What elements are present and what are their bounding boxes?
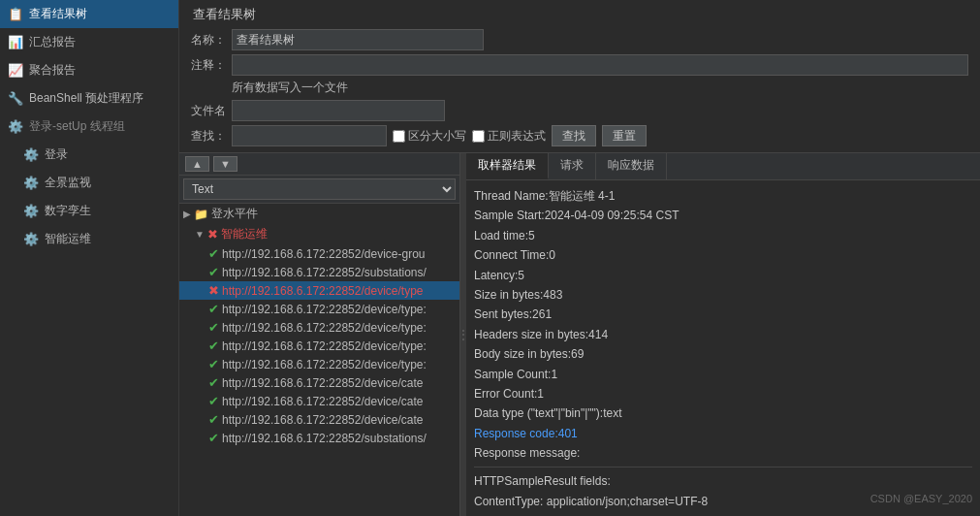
- tree-item[interactable]: ✔ http://192.168.6.172:22852/device/cate: [179, 373, 459, 392]
- tree-item[interactable]: ✔ http://192.168.6.172:22852/device-grou: [179, 244, 459, 263]
- stat-headers-size: Headers size in bytes:414: [474, 325, 972, 344]
- stat-error-count: Error Count:1: [474, 384, 972, 403]
- ok-icon: ✔: [208, 246, 219, 261]
- beanshell-icon: 🔧: [8, 91, 23, 107]
- stat-sample-start: Sample Start:2024-04-09 09:25:54 CST: [474, 206, 972, 225]
- search-label: 查找：: [191, 128, 226, 145]
- right-content: Thread Name:智能运维 4-1 Sample Start:2024-0…: [466, 180, 980, 516]
- name-label: 名称：: [191, 32, 226, 48]
- ok-icon: ✔: [208, 265, 219, 279]
- sidebar-label-0: 查看结果树: [29, 6, 87, 22]
- tab-request[interactable]: 请求: [549, 153, 596, 179]
- sidebar-item-summary-report[interactable]: 📊 汇总报告: [0, 28, 178, 56]
- sidebar-item-aggregate-report[interactable]: 📈 聚合报告: [0, 56, 178, 84]
- sidebar-item-panorama[interactable]: ⚙️ 全景监视: [0, 169, 178, 197]
- sidebar-item-smart-ops[interactable]: ⚙️ 智能运维: [0, 225, 178, 253]
- sidebar-label-5: 登录: [45, 146, 68, 163]
- sidebar-item-login[interactable]: ⚙️ 登录: [0, 141, 178, 169]
- tree-item[interactable]: ✔ http://192.168.6.172:22852/device/cate: [179, 410, 459, 429]
- stat-sample-count: Sample Count:1: [474, 365, 972, 384]
- ok-icon: ✔: [208, 339, 219, 353]
- comment-label: 注释：: [191, 57, 226, 74]
- setup-icon: ⚙️: [8, 119, 23, 135]
- stat-data-type: Data type ("text"|"bin"|""):text: [474, 403, 972, 423]
- tree-toolbar: ▲ ▼: [179, 153, 459, 176]
- stat-response-code[interactable]: Response code:401: [474, 424, 972, 443]
- stat-size-bytes: Size in bytes:483: [474, 285, 972, 305]
- display-type-select[interactable]: Text: [183, 178, 456, 200]
- form-area: 查看结果树 名称： 注释： 所有数据写入一个文件 文件名 查找： 区分大小写 正…: [179, 0, 980, 153]
- tree-panel: ▲ ▼ Text ▶ 📁 登水平件 ▼ ✖ 智能运维: [179, 153, 460, 516]
- dropdown-row: Text: [179, 176, 459, 204]
- stat-thread-name: Thread Name:智能运维 4-1: [474, 186, 972, 206]
- file-input[interactable]: [232, 100, 445, 121]
- tree-item[interactable]: ▼ ✖ 智能运维: [179, 224, 459, 244]
- regex-check[interactable]: [472, 130, 485, 143]
- sidebar-item-login-setup[interactable]: ⚙️ 登录-setUp 线程组: [0, 113, 178, 141]
- toolbar-up-btn[interactable]: ▲: [185, 156, 209, 172]
- tree-item[interactable]: ✔ http://192.168.6.172:22852/device/cate: [179, 392, 459, 410]
- regex-checkbox[interactable]: 正则表达式: [472, 128, 546, 145]
- tree-icon: 📋: [8, 7, 23, 22]
- aggregate-icon: 📈: [8, 63, 23, 79]
- name-input[interactable]: [232, 29, 484, 50]
- stat-connect-time: Connect Time:0: [474, 245, 972, 265]
- sidebar-label-2: 聚合报告: [29, 62, 76, 79]
- find-button[interactable]: 查找: [552, 125, 596, 146]
- tree-item[interactable]: ✔ http://192.168.6.172:22852/substations…: [179, 429, 459, 447]
- ops-icon: ⚙️: [23, 232, 39, 247]
- error-icon: ✖: [207, 227, 218, 242]
- divider: [474, 467, 972, 468]
- sidebar-item-view-results-tree[interactable]: 📋 查看结果树: [0, 0, 178, 28]
- ok-icon: ✔: [208, 375, 219, 390]
- tree-item[interactable]: ✔ http://192.168.6.172:22852/device/type…: [179, 318, 459, 337]
- split-area: ▲ ▼ Text ▶ 📁 登水平件 ▼ ✖ 智能运维: [179, 153, 980, 516]
- stat-body-size: Body size in bytes:69: [474, 344, 972, 364]
- form-title: 查看结果树: [191, 6, 968, 23]
- search-input[interactable]: [232, 125, 387, 146]
- watermark: CSDN @EASY_2020: [870, 491, 972, 508]
- case-sensitive-checkbox[interactable]: 区分大小写: [393, 128, 466, 145]
- tree-content[interactable]: ▶ 📁 登水平件 ▼ ✖ 智能运维 ✔ http://192.168.6.172…: [179, 204, 459, 516]
- sidebar-label-3: BeanShell 预处理程序: [29, 90, 143, 107]
- right-tabs: 取样器结果 请求 响应数据: [466, 153, 980, 180]
- folder-icon: 📁: [194, 208, 208, 221]
- sidebar: 📋 查看结果树 📊 汇总报告 📈 聚合报告 🔧 BeanShell 预处理程序 …: [0, 0, 179, 516]
- sidebar-item-beanshell[interactable]: 🔧 BeanShell 预处理程序: [0, 84, 178, 113]
- tree-item[interactable]: ✔ http://192.168.6.172:22852/substations…: [179, 263, 459, 281]
- sidebar-label-7: 数字孪生: [45, 203, 91, 219]
- twin-icon: ⚙️: [23, 204, 39, 219]
- case-sensitive-check[interactable]: [393, 130, 405, 143]
- sidebar-label-8: 智能运维: [45, 231, 91, 247]
- comment-input[interactable]: [232, 54, 968, 76]
- tab-sampler-result[interactable]: 取样器结果: [466, 153, 549, 179]
- report-icon: 📊: [8, 35, 23, 50]
- panorama-icon: ⚙️: [23, 176, 39, 191]
- tree-item[interactable]: ▶ 📁 登水平件: [179, 204, 459, 224]
- expand-icon: ▶: [183, 209, 191, 219]
- ok-icon: ✔: [208, 431, 219, 445]
- toolbar-down-btn[interactable]: ▼: [213, 156, 237, 172]
- stat-response-message: Response message:: [474, 443, 972, 463]
- error-icon: ✖: [208, 283, 219, 298]
- ok-icon: ✔: [208, 412, 219, 427]
- tree-item[interactable]: ✔ http://192.168.6.172:22852/device/type…: [179, 337, 459, 355]
- tree-item[interactable]: ✔ http://192.168.6.172:22852/device/type…: [179, 300, 459, 318]
- stat-http-fields: HTTPSampleResult fields:: [474, 471, 972, 491]
- reset-button[interactable]: 重置: [602, 125, 647, 146]
- ok-icon: ✔: [208, 320, 219, 335]
- tab-response-data[interactable]: 响应数据: [596, 153, 667, 179]
- stat-sent-bytes: Sent bytes:261: [474, 305, 972, 324]
- stat-data-encoding: DataEncoding: UTF-8: [474, 511, 972, 516]
- sidebar-label-6: 全景监视: [45, 175, 91, 191]
- file-label: 文件名: [191, 103, 226, 119]
- right-panel: 取样器结果 请求 响应数据 Thread Name:智能运维 4-1 Sampl…: [466, 153, 980, 516]
- tree-item[interactable]: ✖ http://192.168.6.172:22852/device/type: [179, 281, 459, 300]
- ok-icon: ✔: [208, 394, 219, 408]
- sidebar-label-4: 登录-setUp 线程组: [29, 118, 125, 135]
- main-panel: 查看结果树 名称： 注释： 所有数据写入一个文件 文件名 查找： 区分大小写 正…: [179, 0, 980, 516]
- expand-icon: ▼: [195, 229, 205, 240]
- tree-item[interactable]: ✔ http://192.168.6.172:22852/device/type…: [179, 355, 459, 373]
- sidebar-item-digital-twin[interactable]: ⚙️ 数字孪生: [0, 197, 178, 225]
- login-icon: ⚙️: [23, 147, 39, 163]
